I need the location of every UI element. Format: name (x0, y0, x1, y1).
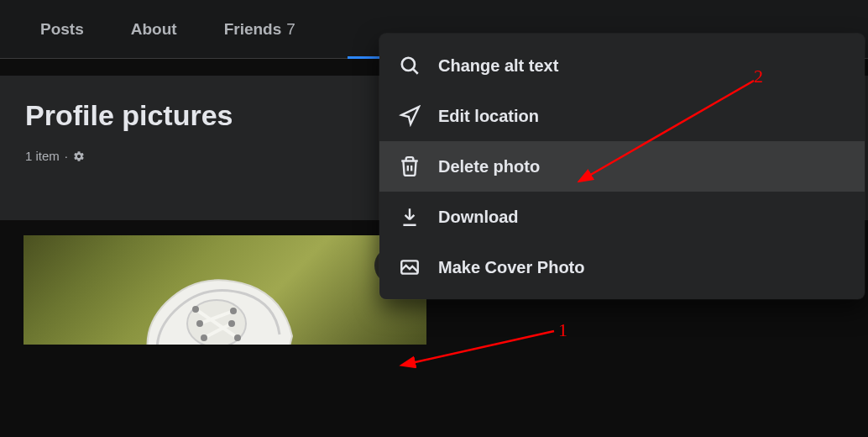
tab-friends-count: 7 (286, 20, 295, 39)
menu-delete-photo[interactable]: Delete photo (379, 141, 865, 192)
location-arrow-icon (398, 104, 421, 128)
photo-content-illustration (116, 261, 334, 345)
menu-download[interactable]: Download (379, 192, 865, 242)
gear-icon[interactable] (73, 150, 85, 162)
menu-label: Edit location (438, 107, 539, 126)
tab-friends-label: Friends (224, 20, 282, 39)
download-icon (398, 205, 421, 229)
menu-label: Download (438, 208, 519, 227)
meta-separator: · (65, 149, 68, 163)
tab-posts[interactable]: Posts (17, 0, 107, 59)
photo-thumbnail[interactable] (24, 235, 426, 345)
svg-point-6 (234, 334, 241, 341)
svg-line-12 (413, 69, 417, 73)
album-item-count: 1 item (25, 149, 60, 163)
menu-change-alt-text[interactable]: Change alt text (379, 40, 865, 91)
menu-edit-location[interactable]: Edit location (379, 91, 865, 141)
image-icon (398, 255, 421, 279)
svg-point-7 (196, 320, 203, 327)
tab-about[interactable]: About (107, 0, 201, 59)
search-icon (398, 54, 421, 77)
svg-point-11 (402, 58, 415, 71)
active-tab-indicator (348, 56, 379, 59)
svg-point-5 (192, 306, 199, 313)
photo-options-menu: Change alt text Edit location Delete pho… (379, 34, 865, 299)
menu-label: Make Cover Photo (438, 258, 584, 277)
svg-point-8 (230, 308, 237, 314)
trash-icon (398, 155, 421, 178)
menu-label: Delete photo (438, 157, 540, 176)
tab-friends[interactable]: Friends 7 (201, 0, 319, 59)
photo-thumbnail-wrap (0, 235, 428, 345)
svg-point-10 (228, 320, 235, 327)
svg-point-9 (201, 334, 207, 341)
menu-label: Change alt text (438, 56, 558, 76)
menu-make-cover-photo[interactable]: Make Cover Photo (379, 242, 865, 292)
